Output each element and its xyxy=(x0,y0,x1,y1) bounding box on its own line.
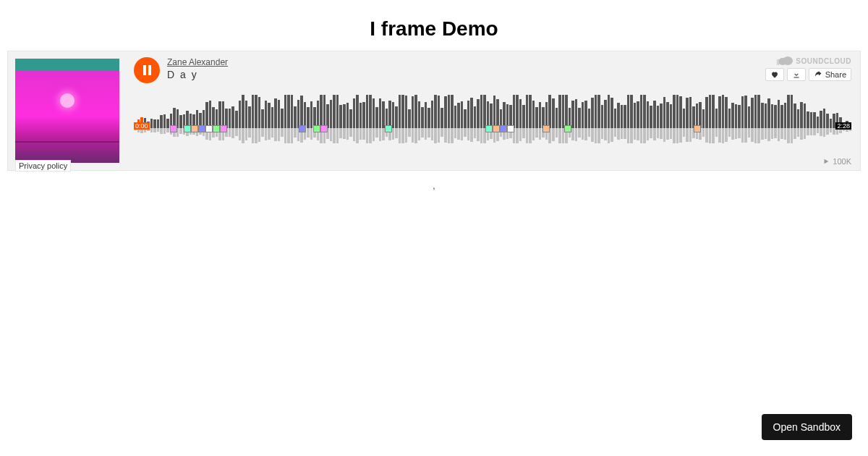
comment-marker[interactable] xyxy=(299,125,306,132)
play-icon xyxy=(822,158,830,165)
comment-marker[interactable] xyxy=(320,125,328,132)
comment-marker[interactable] xyxy=(507,125,514,132)
share-icon xyxy=(814,70,822,79)
comment-marker[interactable] xyxy=(198,125,205,132)
soundcloud-player: Privacy policy Zane Alexander D a y SOUN… xyxy=(7,51,861,171)
track-title-group: Zane Alexander D a y xyxy=(167,57,228,80)
comment-marker[interactable] xyxy=(213,125,220,132)
stray-text: , xyxy=(0,181,868,191)
comment-marker[interactable] xyxy=(493,125,500,132)
soundcloud-logo[interactable]: SOUNDCLOUD xyxy=(778,57,851,65)
download-icon xyxy=(792,70,801,79)
comment-markers xyxy=(134,124,851,134)
comment-marker[interactable] xyxy=(170,125,177,132)
privacy-policy-link[interactable]: Privacy policy xyxy=(15,160,71,172)
comment-marker[interactable] xyxy=(564,125,571,132)
share-button[interactable]: Share xyxy=(809,68,851,81)
comment-marker[interactable] xyxy=(542,125,550,132)
waveform[interactable]: 0:00 2:28 xyxy=(134,93,851,151)
track-name[interactable]: D a y xyxy=(167,69,228,80)
track-artwork[interactable]: Privacy policy xyxy=(15,59,119,163)
page-title: I frame Demo xyxy=(0,0,868,51)
comment-marker[interactable] xyxy=(485,125,493,132)
comment-marker[interactable] xyxy=(191,125,198,132)
comment-marker[interactable] xyxy=(313,125,320,132)
comment-marker[interactable] xyxy=(184,125,191,132)
open-sandbox-button[interactable]: Open Sandbox xyxy=(762,414,852,440)
artist-link[interactable]: Zane Alexander xyxy=(167,57,228,67)
cloud-icon xyxy=(778,58,793,65)
like-button[interactable] xyxy=(765,68,784,81)
comment-marker[interactable] xyxy=(694,125,701,132)
pause-button[interactable] xyxy=(134,57,160,83)
pause-icon xyxy=(143,65,146,75)
play-count: 100K xyxy=(833,157,851,166)
heart-icon xyxy=(770,70,779,79)
comment-marker[interactable] xyxy=(220,125,227,132)
comment-marker[interactable] xyxy=(500,125,507,132)
download-button[interactable] xyxy=(787,68,806,81)
comment-marker[interactable] xyxy=(385,125,392,132)
comment-marker[interactable] xyxy=(205,125,213,132)
